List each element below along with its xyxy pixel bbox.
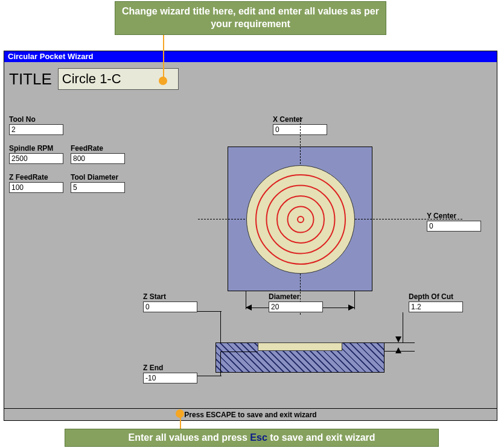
z-feedrate-label: Z FeedRate [9,173,63,181]
annotation-bottom-post: to save and exit wizard [267,432,375,443]
annotation-pointer-bottom [180,417,181,430]
dim-ext-right [354,291,355,309]
field-feedrate: FeedRate [71,144,125,164]
title-row: TITLE [9,68,179,90]
wizard-content: TITLE Tool No Spindle RPM FeedRate Z Fee… [4,62,497,420]
diameter-label: Diameter [269,292,323,301]
leader-zend-h [197,376,222,376]
arrow-up-icon [395,347,401,353]
field-tool-no: Tool No [9,115,63,135]
window-titlebar: Circular Pocket Wizard [4,51,497,62]
spindle-rpm-label: Spindle RPM [9,144,63,153]
arrow-right-icon [348,304,354,311]
wizard-window: Circular Pocket Wizard TITLE Tool No Spi… [4,51,497,421]
z-end-input[interactable] [143,373,197,383]
pocket-circle [246,165,355,274]
field-z-feedrate: Z FeedRate [9,173,63,193]
field-diameter: Diameter [269,292,323,312]
window-title: Circular Pocket Wizard [8,52,93,61]
footer-text: Press ESCAPE to save and exit wizard [184,411,316,419]
cut-side [258,342,342,351]
leader-depth-v [403,312,403,342]
tool-diameter-input[interactable] [71,182,125,193]
annotation-pointer [163,31,164,81]
leader-zstart-h [197,311,222,312]
feedrate-label: FeedRate [71,144,125,153]
feedrate-input[interactable] [71,153,125,164]
diagram-side-view [215,336,385,373]
field-tool-diameter: Tool Diameter [71,173,125,193]
annotation-bottom-key: Esc [250,432,267,443]
z-start-label: Z Start [143,292,197,301]
field-z-end: Z End [143,364,197,383]
z-start-input[interactable] [143,301,197,312]
z-end-label: Z End [143,364,197,372]
annotation-bottom-pre: Enter all values and press [128,432,250,443]
arrow-left-icon [246,304,252,311]
tool-diameter-label: Tool Diameter [71,173,125,181]
diameter-input[interactable] [269,301,323,312]
field-z-start: Z Start [143,292,197,312]
tool-no-input[interactable] [9,124,63,135]
y-center-input[interactable] [427,221,481,232]
field-spindle-rpm: Spindle RPM [9,144,63,164]
title-label: TITLE [9,70,52,89]
arrow-down-icon [395,336,401,342]
annotation-dot-bottom [176,409,184,418]
diagram-top-view [228,147,372,291]
annotation-bottom: Enter all values and press Esc to save a… [65,429,439,447]
annotation-top-text: Change wizard title here, edit and enter… [122,6,379,29]
wizard-footer: Press ESCAPE to save and exit wizard [4,408,497,420]
field-depth-of-cut: Depth Of Cut [409,292,463,312]
annotation-top: Change wizard title here, edit and enter… [115,1,386,35]
depth-of-cut-input[interactable] [409,301,463,312]
spindle-rpm-input[interactable] [9,153,63,164]
leader-zend-h2 [220,352,258,352]
z-feedrate-input[interactable] [9,182,63,193]
field-y-center: Y Center [427,212,481,232]
leader-zend-v [220,352,221,376]
tool-no-label: Tool No [9,115,63,124]
annotation-dot [159,77,167,85]
depth-of-cut-label: Depth Of Cut [409,292,463,301]
